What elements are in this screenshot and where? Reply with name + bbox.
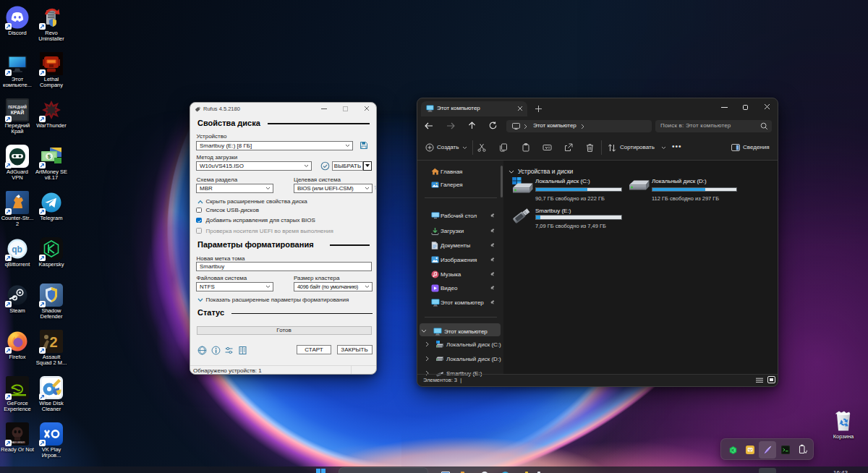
svg-text:READY OR NOT: READY OR NOT <box>10 441 25 444</box>
svg-text:ПЕРЕДНИЙ: ПЕРЕДНИЙ <box>8 104 27 109</box>
svg-text:2: 2 <box>49 334 57 350</box>
svg-text:qb: qb <box>12 244 22 255</box>
svg-text:$: $ <box>48 153 51 160</box>
svg-text:КРАЙ: КРАЙ <box>11 109 24 115</box>
